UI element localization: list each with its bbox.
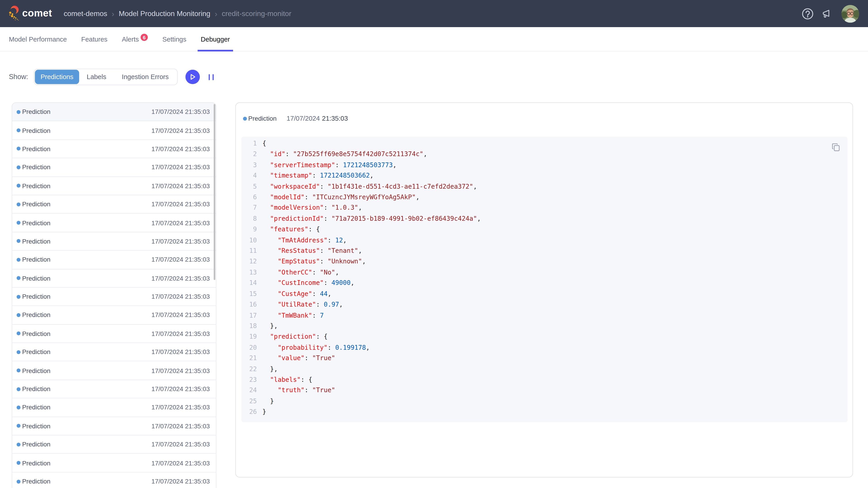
alerts-badge: 6: [141, 34, 148, 41]
list-item-label: Prediction: [22, 459, 51, 466]
list-item[interactable]: Prediction17/07/2024 21:35:03: [12, 435, 216, 454]
json-line: 9 "features": {: [241, 224, 848, 235]
list-item[interactable]: Prediction17/07/2024 21:35:03: [12, 306, 216, 325]
help-icon[interactable]: [802, 7, 814, 20]
list-item[interactable]: Prediction17/07/2024 21:35:03: [12, 251, 216, 269]
prediction-dot-icon: [243, 117, 247, 121]
list-item-timestamp: 17/07/2024 21:35:03: [151, 404, 210, 411]
json-code-block: 1{2 "id": "27b525ff69e8e5754f42d07c52113…: [241, 137, 848, 422]
list-item[interactable]: Prediction17/07/2024 21:35:03: [12, 269, 216, 288]
breadcrumb-item[interactable]: Model Production Monitoring: [119, 9, 210, 18]
app-root: comet comet-demos›Model Production Monit…: [0, 0, 868, 488]
line-number: 13: [241, 267, 257, 278]
list-item-label: Prediction: [22, 293, 51, 300]
comet-logo[interactable]: comet: [9, 5, 52, 22]
prediction-dot-icon: [17, 128, 20, 132]
json-line: 24 "truth": "True": [241, 385, 848, 396]
prediction-dot-icon: [17, 461, 20, 465]
json-line: 25 }: [241, 396, 848, 407]
list-item-label: Prediction: [22, 127, 51, 133]
list-item[interactable]: Prediction17/07/2024 21:35:03: [12, 177, 216, 195]
line-number: 10: [241, 235, 257, 246]
list-item-label: Prediction: [22, 478, 51, 485]
list-item[interactable]: Prediction17/07/2024 21:35:03: [12, 325, 216, 343]
json-line: 21 "value": "True": [241, 353, 848, 364]
line-number: 19: [241, 332, 257, 343]
list-item[interactable]: Prediction17/07/2024 21:35:03: [12, 473, 216, 488]
tab-model-performance[interactable]: Model Performance: [9, 27, 67, 51]
list-item[interactable]: Prediction17/07/2024 21:35:03: [12, 454, 216, 473]
tab-settings[interactable]: Settings: [162, 27, 186, 51]
prediction-dot-icon: [17, 110, 20, 114]
tab-features[interactable]: Features: [81, 27, 107, 51]
list-item-label: Prediction: [22, 256, 51, 263]
list-item-label: Prediction: [22, 312, 51, 318]
list-item[interactable]: Prediction17/07/2024 21:35:03: [12, 103, 216, 122]
list-item-label: Prediction: [22, 238, 51, 245]
list-item[interactable]: Prediction17/07/2024 21:35:03: [12, 361, 216, 380]
prediction-detail: Prediction 17/07/2024 21:35:03 1{2 "id":…: [235, 102, 853, 477]
list-item[interactable]: Prediction17/07/2024 21:35:03: [12, 195, 216, 214]
prediction-dot-icon: [17, 295, 20, 298]
list-item[interactable]: Prediction17/07/2024 21:35:03: [12, 398, 216, 417]
detail-type: Prediction: [248, 115, 276, 122]
show-bar: Show: PredictionsLabelsIngestion Errors: [9, 69, 868, 85]
show-option-labels[interactable]: Labels: [79, 70, 114, 84]
list-item-timestamp: 17/07/2024 21:35:03: [151, 238, 210, 245]
list-item[interactable]: Prediction17/07/2024 21:35:03: [12, 417, 216, 435]
avatar[interactable]: [841, 5, 859, 22]
show-label: Show:: [9, 73, 28, 80]
json-line: 26}: [241, 407, 848, 418]
line-number: 21: [241, 353, 257, 364]
line-number: 8: [241, 214, 257, 224]
list-item-timestamp: 17/07/2024 21:35:03: [151, 183, 210, 189]
list-item-label: Prediction: [22, 441, 51, 448]
list-item-timestamp: 17/07/2024 21:35:03: [151, 127, 210, 133]
breadcrumb-chevron-icon: ›: [215, 9, 217, 18]
tab-bar: Model PerformanceFeaturesAlerts6Settings…: [0, 27, 868, 52]
play-icon: [189, 73, 197, 80]
play-button[interactable]: [186, 70, 200, 84]
line-number: 18: [241, 321, 257, 332]
list-item-label: Prediction: [22, 201, 51, 207]
json-line: 3 "serverTimestamp": 1721248503773,: [241, 160, 848, 170]
list-item-label: Prediction: [22, 164, 51, 170]
prediction-dot-icon: [17, 442, 20, 446]
list-item-timestamp: 17/07/2024 21:35:03: [151, 219, 210, 226]
line-number: 15: [241, 289, 257, 300]
list-item[interactable]: Prediction17/07/2024 21:35:03: [12, 380, 216, 398]
list-item[interactable]: Prediction17/07/2024 21:35:03: [12, 214, 216, 232]
list-item[interactable]: Prediction17/07/2024 21:35:03: [12, 232, 216, 251]
list-item-timestamp: 17/07/2024 21:35:03: [151, 386, 210, 392]
json-line: 22 },: [241, 364, 848, 375]
list-item-label: Prediction: [22, 423, 51, 429]
show-option-ingestion-errors[interactable]: Ingestion Errors: [114, 70, 176, 84]
breadcrumb-item[interactable]: comet-demos: [64, 9, 107, 18]
list-item[interactable]: Prediction17/07/2024 21:35:03: [12, 158, 216, 177]
breadcrumb-chevron-icon: ›: [112, 9, 114, 18]
list-scrollbar[interactable]: [214, 104, 215, 280]
list-item-timestamp: 17/07/2024 21:35:03: [151, 293, 210, 300]
pause-button[interactable]: [209, 74, 214, 80]
copy-icon[interactable]: [831, 143, 840, 152]
list-item-label: Prediction: [22, 145, 51, 152]
list-item[interactable]: Prediction17/07/2024 21:35:03: [12, 343, 216, 362]
list-item-timestamp: 17/07/2024 21:35:03: [151, 349, 210, 355]
list-item[interactable]: Prediction17/07/2024 21:35:03: [12, 140, 216, 158]
line-number: 12: [241, 256, 257, 267]
list-item-timestamp: 17/07/2024 21:35:03: [151, 256, 210, 263]
show-option-predictions[interactable]: Predictions: [35, 70, 79, 84]
list-item[interactable]: Prediction17/07/2024 21:35:03: [12, 121, 216, 140]
prediction-dot-icon: [17, 184, 20, 188]
line-number: 23: [241, 375, 257, 385]
line-number: 7: [241, 203, 257, 214]
line-number: 1: [241, 138, 257, 149]
list-item-timestamp: 17/07/2024 21:35:03: [151, 367, 210, 374]
list-item[interactable]: Prediction17/07/2024 21:35:03: [12, 288, 216, 306]
line-number: 22: [241, 364, 257, 375]
tab-alerts[interactable]: Alerts6: [122, 27, 148, 51]
tab-debugger[interactable]: Debugger: [201, 27, 230, 51]
announcement-icon[interactable]: [822, 7, 834, 20]
breadcrumb-item[interactable]: credit-scoring-monitor: [222, 9, 291, 18]
json-line: 5 "workspaceId": "1b1f431e-d551-4cd3-ae1…: [241, 181, 848, 192]
